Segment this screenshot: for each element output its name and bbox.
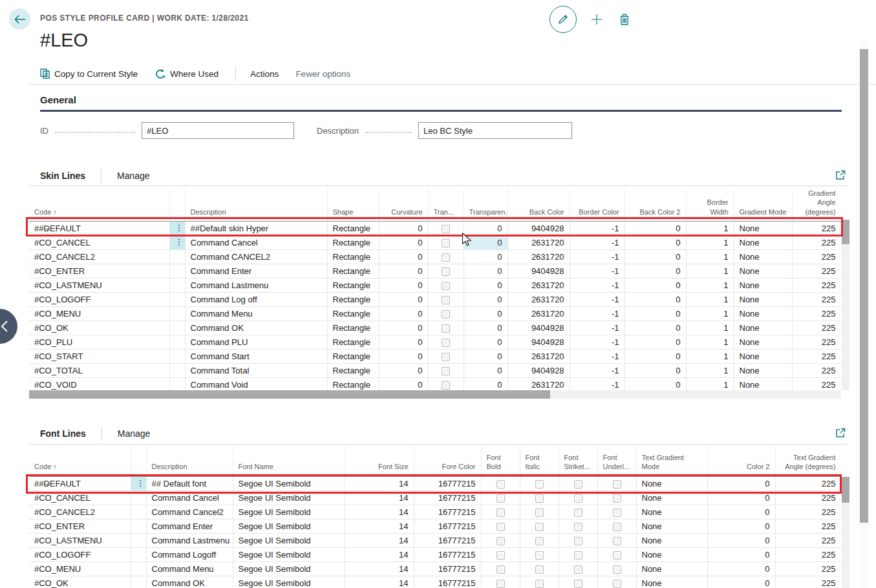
cell-ellipsis[interactable] xyxy=(131,505,146,519)
font_underl-checkbox[interactable] xyxy=(613,537,621,545)
transparent-checkbox[interactable] xyxy=(442,310,450,319)
transparent-checkbox[interactable] xyxy=(442,253,450,262)
cell-fore_color[interactable]: 16777215 xyxy=(414,533,481,547)
cell-font_bold[interactable] xyxy=(481,490,520,505)
font_italic-checkbox[interactable] xyxy=(535,480,544,488)
cell-code[interactable]: →##DEFAULT xyxy=(29,476,131,490)
cell-code[interactable]: #CO_LASTMENU xyxy=(29,533,131,547)
cell-font_striket[interactable] xyxy=(559,476,597,490)
cell-transparent[interactable] xyxy=(428,320,464,335)
column-header-ellipsis[interactable] xyxy=(131,447,146,476)
column-header-text_gradient_angle[interactable]: Text Gradient Angle (degrees) xyxy=(775,447,841,476)
cell-back_color[interactable]: 2631720 xyxy=(507,306,570,320)
cell-back_color[interactable]: 2631720 xyxy=(507,377,570,390)
cell-text_gradient_mode[interactable]: None xyxy=(636,505,707,519)
cell-shape[interactable]: Rectangle xyxy=(327,349,379,363)
cell-fore_color[interactable]: 16777215 xyxy=(414,519,481,533)
cell-font_size[interactable]: 14 xyxy=(345,533,414,547)
cell-description[interactable]: Command Logoff xyxy=(146,547,233,562)
cell-text_gradient_angle[interactable]: 225 xyxy=(775,547,841,562)
cell-text_gradient_angle[interactable]: 225 xyxy=(775,533,841,547)
cell-ellipsis[interactable] xyxy=(169,306,185,320)
cell-back_color_2[interactable]: 0 xyxy=(625,363,686,377)
cell-curvature[interactable]: 0 xyxy=(379,306,428,320)
cell-transparent[interactable] xyxy=(428,349,464,363)
column-header-font_size[interactable]: Font Size xyxy=(345,447,414,476)
cell-transparency[interactable]: 0 xyxy=(464,278,507,292)
cell-code[interactable]: #CO_LOGOFF xyxy=(29,547,131,562)
cell-code[interactable]: #CO_TOTAL xyxy=(29,363,169,377)
column-header-border_width[interactable]: Border Width xyxy=(686,189,734,221)
cell-gradient_angle[interactable]: 225 xyxy=(792,235,841,249)
cell-description[interactable]: Command Enter xyxy=(146,519,233,533)
cell-ellipsis[interactable] xyxy=(131,576,146,588)
cell-description[interactable]: Command Menu xyxy=(185,306,327,320)
cell-font_size[interactable]: 14 xyxy=(345,547,414,562)
cell-font_bold[interactable] xyxy=(481,547,520,562)
cell-description[interactable]: Command Void xyxy=(185,377,327,390)
column-header-curvature[interactable]: Curvature xyxy=(379,189,428,221)
cell-gradient_mode[interactable]: None xyxy=(734,377,792,390)
cell-description[interactable]: Command Log off xyxy=(185,292,327,306)
cell-description[interactable]: Command Cancel xyxy=(146,490,233,505)
cell-color_2[interactable]: 0 xyxy=(707,533,775,547)
cell-gradient_angle[interactable]: 225 xyxy=(792,335,841,349)
cell-code[interactable]: #CO_START xyxy=(29,349,169,363)
cell-description[interactable]: Command Menu xyxy=(146,562,233,576)
cell-gradient_mode[interactable]: None xyxy=(734,306,792,320)
cell-description[interactable]: ##Default skin Hyper xyxy=(185,221,327,235)
font_striket-checkbox[interactable] xyxy=(574,537,582,545)
cell-font_size[interactable]: 14 xyxy=(345,562,414,576)
font-lines-manage-button[interactable]: Manage xyxy=(118,428,151,439)
cell-curvature[interactable]: 0 xyxy=(379,320,428,335)
cell-curvature[interactable]: 0 xyxy=(379,335,428,349)
cell-code[interactable]: #CO_OK xyxy=(29,320,169,335)
cell-border_width[interactable]: 1 xyxy=(686,221,734,235)
cell-curvature[interactable]: 0 xyxy=(379,264,428,278)
cell-font_underl[interactable] xyxy=(597,490,636,505)
cell-code[interactable]: #CO_PLU xyxy=(29,335,169,349)
cell-ellipsis[interactable]: ⋮ xyxy=(169,221,185,235)
cell-text_gradient_angle[interactable]: 225 xyxy=(775,562,841,576)
cell-border_color[interactable]: -1 xyxy=(570,335,625,349)
cell-description[interactable]: Command PLU xyxy=(185,335,327,349)
cell-font_striket[interactable] xyxy=(559,547,597,562)
cell-border_color[interactable]: -1 xyxy=(570,306,625,320)
cell-color_2[interactable]: 0 xyxy=(707,519,775,533)
cell-gradient_mode[interactable]: None xyxy=(734,221,792,235)
delete-button[interactable] xyxy=(617,12,632,27)
cell-text_gradient_angle[interactable]: 225 xyxy=(775,576,841,588)
font_bold-checkbox[interactable] xyxy=(497,565,505,574)
cell-description[interactable]: Command Total xyxy=(185,363,327,377)
cell-font_size[interactable]: 14 xyxy=(345,505,414,519)
cell-fore_color[interactable]: 16777215 xyxy=(414,505,481,519)
cell-font_italic[interactable] xyxy=(520,519,559,533)
cell-border_width[interactable]: 1 xyxy=(686,349,734,363)
cell-back_color[interactable]: 9404928 xyxy=(507,363,570,377)
cell-ellipsis[interactable] xyxy=(169,292,185,306)
cell-code[interactable]: #CO_CANCEL xyxy=(29,490,131,505)
cell-code[interactable]: #CO_MENU xyxy=(29,562,131,576)
font-lines-vscrollbar-track[interactable] xyxy=(842,477,849,588)
column-header-font_striket[interactable]: Font Striket... xyxy=(559,447,597,476)
cell-color_2[interactable]: 0 xyxy=(707,547,775,562)
font_underl-checkbox[interactable] xyxy=(613,551,621,560)
cell-font_striket[interactable] xyxy=(559,505,597,519)
cell-text_gradient_mode[interactable]: None xyxy=(636,490,707,505)
cell-transparency[interactable]: 0 xyxy=(464,249,507,264)
cell-font_italic[interactable] xyxy=(520,490,559,505)
actions-menu-button[interactable]: Actions xyxy=(250,69,279,79)
cell-font_bold[interactable] xyxy=(481,476,520,490)
cell-shape[interactable]: Rectangle xyxy=(327,306,379,320)
column-header-shape[interactable]: Shape xyxy=(327,189,379,221)
cell-gradient_mode[interactable]: None xyxy=(734,363,792,377)
transparent-checkbox[interactable] xyxy=(442,282,450,290)
column-header-ellipsis[interactable] xyxy=(169,189,185,221)
cell-font_bold[interactable] xyxy=(481,519,520,533)
column-header-gradient_mode[interactable]: Gradient Mode xyxy=(734,189,792,221)
column-header-font_name[interactable]: Font Name xyxy=(233,447,345,476)
cell-gradient_mode[interactable]: None xyxy=(734,292,792,306)
cell-font_bold[interactable] xyxy=(481,505,520,519)
cell-border_width[interactable]: 1 xyxy=(686,235,734,249)
font_italic-checkbox[interactable] xyxy=(535,494,544,503)
